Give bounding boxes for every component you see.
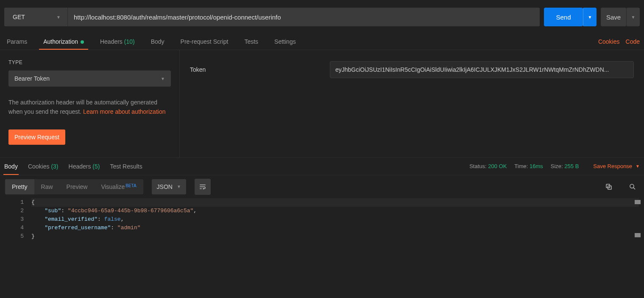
send-button[interactable]: Send bbox=[544, 8, 583, 26]
tab-settings[interactable]: Settings bbox=[274, 34, 296, 49]
chevron-down-icon: ▼ bbox=[56, 15, 61, 20]
resp-tab-test-results[interactable]: Test Results bbox=[110, 158, 142, 174]
resp-tab-headers[interactable]: Headers (5) bbox=[69, 158, 100, 174]
code-line: "sub": "4ccbc946-65a9-445b-9b98-6779606a… bbox=[31, 207, 644, 215]
scroll-handle-top[interactable] bbox=[635, 200, 641, 204]
request-tabs-bar: Params Authorization Headers (10) Body P… bbox=[0, 33, 644, 50]
headers-count: (10) bbox=[124, 38, 135, 45]
response-tabs-bar: Body Cookies (3) Headers (5) Test Result… bbox=[0, 157, 644, 175]
view-preview[interactable]: Preview bbox=[60, 179, 95, 194]
chevron-down-icon: ▼ bbox=[177, 184, 181, 189]
resp-headers-count: (5) bbox=[92, 163, 100, 170]
token-row: Token bbox=[190, 61, 634, 78]
save-button-group: Save ▼ bbox=[601, 8, 640, 26]
response-meta: Status: 200 OK Time: 16ms Size: 255 B Sa… bbox=[469, 163, 640, 169]
preview-request-button[interactable]: Preview Request bbox=[8, 129, 65, 145]
code-line: "email_verified": false, bbox=[31, 215, 644, 224]
learn-more-link[interactable]: Learn more about authorization bbox=[83, 108, 166, 115]
url-input[interactable] bbox=[68, 8, 540, 26]
cookies-link[interactable]: Cookies bbox=[598, 38, 620, 45]
chevron-down-icon: ▼ bbox=[631, 15, 636, 20]
response-toolbar: Pretty Raw Preview VisualizeBETA JSON ▼ bbox=[0, 175, 644, 198]
request-bar: GET ▼ Send ▼ Save ▼ bbox=[0, 0, 644, 33]
chevron-down-icon: ▼ bbox=[588, 15, 592, 20]
line-number: 2 bbox=[0, 207, 24, 215]
size-label: Size: 255 B bbox=[551, 163, 579, 169]
tab-prerequest[interactable]: Pre-request Script bbox=[181, 34, 229, 49]
response-format-select[interactable]: JSON ▼ bbox=[152, 179, 186, 194]
chevron-down-icon: ▼ bbox=[636, 164, 640, 169]
view-visualize[interactable]: VisualizeBETA bbox=[94, 179, 143, 194]
code-line: } bbox=[31, 232, 644, 241]
send-button-group: Send ▼ bbox=[544, 8, 597, 26]
request-right-links: Cookies Code bbox=[598, 38, 640, 45]
line-number: 5 bbox=[0, 232, 24, 241]
status-value: 200 OK bbox=[488, 163, 507, 169]
send-dropdown-button[interactable]: ▼ bbox=[583, 8, 597, 26]
line-gutter: 1 2 3 4 5 bbox=[0, 198, 31, 241]
code-lines: { "sub": "4ccbc946-65a9-445b-9b98-677960… bbox=[31, 198, 644, 241]
body-view-mode-group: Pretty Raw Preview VisualizeBETA bbox=[5, 179, 143, 194]
active-line-highlight bbox=[31, 198, 639, 207]
resp-cookies-count: (3) bbox=[51, 163, 58, 170]
view-raw[interactable]: Raw bbox=[34, 179, 60, 194]
scroll-handle-bottom[interactable] bbox=[635, 233, 641, 237]
chevron-down-icon: ▼ bbox=[161, 76, 165, 81]
code-line: "preferred_username": "admin" bbox=[31, 224, 644, 232]
request-tabs: Params Authorization Headers (10) Body P… bbox=[4, 34, 598, 49]
code-link[interactable]: Code bbox=[626, 38, 640, 45]
tab-body[interactable]: Body bbox=[151, 34, 164, 49]
http-method-value: GET bbox=[13, 14, 25, 20]
auth-type-value: Bearer Token bbox=[14, 75, 50, 82]
token-input[interactable] bbox=[330, 61, 634, 78]
resp-tab-cookies[interactable]: Cookies (3) bbox=[28, 158, 59, 174]
wrap-icon bbox=[199, 183, 206, 191]
search-response-button[interactable] bbox=[626, 180, 639, 193]
tab-params[interactable]: Params bbox=[7, 34, 27, 49]
time-label: Time: 16ms bbox=[514, 163, 543, 169]
svg-line-3 bbox=[633, 188, 635, 189]
search-icon bbox=[629, 183, 636, 191]
status-dot-icon bbox=[81, 40, 84, 44]
token-label: Token bbox=[190, 66, 317, 73]
method-url-group: GET ▼ bbox=[4, 8, 540, 26]
auth-type-label: TYPE bbox=[8, 59, 171, 65]
copy-response-button[interactable] bbox=[602, 180, 615, 193]
line-number: 1 bbox=[0, 198, 24, 207]
status-label: Status: 200 OK bbox=[469, 163, 507, 169]
auth-type-select[interactable]: Bearer Token ▼ bbox=[8, 70, 171, 87]
tab-headers[interactable]: Headers (10) bbox=[100, 34, 135, 49]
save-button[interactable]: Save bbox=[601, 8, 626, 26]
auth-description: The authorization header will be automat… bbox=[8, 98, 171, 117]
time-value: 16ms bbox=[530, 163, 543, 169]
save-response-button[interactable]: Save Response ▼ bbox=[593, 163, 640, 169]
line-number: 4 bbox=[0, 224, 24, 232]
save-dropdown-button[interactable]: ▼ bbox=[626, 8, 640, 26]
tab-tests[interactable]: Tests bbox=[244, 34, 258, 49]
response-body-viewer[interactable]: 1 2 3 4 5 { "sub": "4ccbc946-65a9-445b-9… bbox=[0, 198, 644, 241]
svg-point-2 bbox=[630, 184, 634, 188]
wrap-lines-button[interactable] bbox=[195, 179, 211, 195]
copy-icon bbox=[605, 183, 613, 191]
size-value: 255 B bbox=[564, 163, 579, 169]
authorization-left: TYPE Bearer Token ▼ The authorization he… bbox=[0, 50, 180, 157]
authorization-panel: TYPE Bearer Token ▼ The authorization he… bbox=[0, 50, 644, 157]
beta-badge: BETA bbox=[125, 183, 136, 188]
view-pretty[interactable]: Pretty bbox=[5, 179, 34, 194]
save-button-label: Save bbox=[606, 14, 621, 21]
send-button-label: Send bbox=[556, 14, 571, 21]
resp-tab-body[interactable]: Body bbox=[4, 158, 18, 174]
response-format-value: JSON bbox=[157, 183, 173, 190]
authorization-right: Token bbox=[180, 50, 644, 157]
response-tabs: Body Cookies (3) Headers (5) Test Result… bbox=[4, 158, 469, 174]
http-method-select[interactable]: GET ▼ bbox=[4, 8, 68, 26]
line-number: 3 bbox=[0, 215, 24, 224]
tab-authorization[interactable]: Authorization bbox=[43, 34, 84, 49]
